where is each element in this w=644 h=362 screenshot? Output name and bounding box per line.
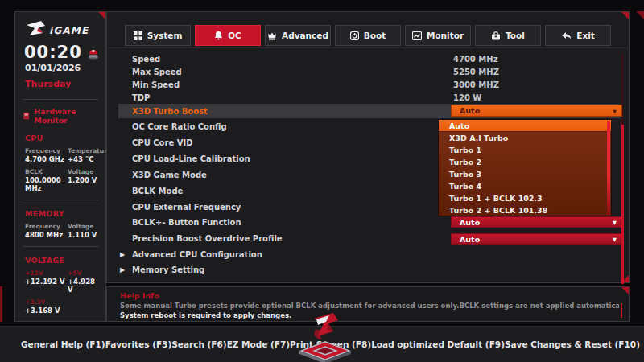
footer-favorites[interactable]: Favorites (F3) — [105, 339, 172, 349]
setting-row-x3d-turbo-boost[interactable]: X3D Turbo Boost Auto ▼ — [118, 104, 621, 118]
voltage-12v-value: +12.192 V — [25, 278, 68, 294]
setting-label: Max Speed — [118, 68, 182, 76]
setting-value: 5250 MHZ — [453, 68, 499, 76]
voltage-5v-label: +5V — [68, 269, 100, 277]
submenu-arrow-icon: ▶ — [120, 251, 125, 258]
setting-label: Advanced CPU Configuration — [118, 250, 262, 259]
chevron-down-icon: ▼ — [613, 237, 617, 243]
footer-ez-mode[interactable]: EZ Mode (F7) — [227, 339, 290, 349]
help-corner-accent — [621, 287, 629, 294]
alarm-lamp-icon — [87, 43, 100, 61]
setting-label: Memory Setting — [118, 265, 204, 274]
voltage-3v3-value: +3.168 V — [25, 306, 68, 315]
setting-row-tdp[interactable]: TDP 120 W — [118, 91, 621, 104]
setting-label: BCLK+- Button Function — [118, 218, 242, 227]
setting-row-advanced-cpu-configuration[interactable]: ▶ Advanced CPU Configuration — [118, 246, 621, 262]
help-text-line1: Some manual Turbo presets provide option… — [120, 302, 619, 310]
cpu-frequency-label: Frequency — [25, 147, 68, 154]
igame-logo: iGAME — [21, 20, 100, 39]
dropdown-value: Auto — [460, 235, 480, 244]
option-turbo-4[interactable]: Turbo 4 — [439, 180, 611, 192]
footer-general-help[interactable]: General Help (F1) — [21, 339, 105, 349]
dropdown-value: Auto — [460, 218, 480, 227]
option-auto[interactable]: Auto — [439, 120, 611, 132]
footer-search[interactable]: Search (F6) — [171, 339, 226, 349]
cpu-bclk-value: 100.0000 MHz — [25, 176, 68, 192]
sidebar-divider — [23, 99, 98, 100]
setting-label: OC Core Ratio Config — [118, 122, 227, 131]
sidebar-divider — [23, 246, 98, 247]
option-x3d-ai-turbo[interactable]: X3D A.I Turbo — [439, 132, 611, 144]
setting-row-memory-setting[interactable]: ▶ Memory Setting — [118, 261, 621, 278]
option-turbo-2[interactable]: Turbo 2 — [439, 156, 611, 168]
main-panel: System OC Advanced Boot — [106, 11, 630, 283]
help-text-line2: System reboot is required to apply chang… — [120, 311, 619, 319]
memory-voltage-label: Voltage — [68, 223, 100, 230]
memory-section-title: MEMORY — [25, 209, 100, 218]
setting-label: Min Speed — [118, 80, 180, 89]
footer-load-defaults[interactable]: Load optimized Default (F9) — [371, 339, 505, 349]
setting-label: CPU Core VID — [118, 138, 192, 147]
screen-corner-accent — [636, 11, 644, 19]
cpu-frequency-value: 4.700 GHz — [25, 155, 68, 163]
sidebar-corner-accent — [98, 12, 105, 19]
option-turbo-3[interactable]: Turbo 3 — [439, 168, 611, 180]
voltage-3v3-label: +3.3V — [25, 298, 68, 306]
setting-row-speed[interactable]: Speed 4700 MHz — [118, 52, 621, 65]
setting-label: Precision Boost Overdrive Profile — [118, 234, 283, 243]
voltage-section-title: VOLTAGE — [25, 256, 100, 265]
x3d-turbo-boost-dropdown[interactable]: Auto ▼ — [451, 105, 622, 117]
cpu-bclk-label: BCLK — [25, 168, 68, 175]
setting-value: 120 W — [453, 93, 481, 102]
voltage-12v-label: +12V — [25, 269, 68, 277]
option-turbo-2-bclk[interactable]: Turbo 2 + BCLK 101.38 — [439, 204, 611, 216]
setting-row-pbo-profile[interactable]: Precision Boost Overdrive Profile Auto ▼ — [118, 230, 621, 246]
setting-label: Speed — [118, 55, 160, 64]
dropdown-value: Auto — [460, 106, 480, 115]
hardware-monitor-title: Hardware Monitor — [34, 107, 100, 125]
igame-logo-icon: iGAME — [23, 20, 97, 39]
options-scrollbar[interactable] — [607, 121, 610, 215]
x3d-turbo-boost-options-list: Auto X3D A.I Turbo Turbo 1 Turbo 2 Turbo… — [438, 119, 612, 216]
sidebar-divider — [23, 200, 98, 200]
pbo-profile-dropdown[interactable]: Auto ▼ — [451, 233, 622, 245]
cpu-voltage-label: Voltage — [68, 168, 111, 175]
submenu-arrow-icon: ▶ — [120, 266, 125, 274]
setting-value: 4700 MHz — [453, 55, 497, 64]
clock-date: 01/01/2026 — [21, 63, 100, 73]
igame-3d-emblem — [291, 311, 359, 362]
voltage-5v-value: +4.928 V — [68, 278, 100, 294]
hardware-monitor-icon — [23, 111, 30, 121]
cpu-section-title: CPU — [25, 134, 100, 142]
footer-save-reset[interactable]: Save Changes & Reset (F10) — [505, 339, 640, 349]
main-scrollbar-thumb[interactable] — [621, 125, 624, 284]
setting-label: BCLK Mode — [118, 187, 183, 195]
clock-weekday: Thursday — [21, 79, 100, 89]
setting-label: X3D Game Mode — [118, 171, 207, 179]
help-panel: Help Info Some manual Turbo presets prov… — [106, 286, 630, 322]
memory-frequency-label: Frequency — [25, 223, 68, 230]
help-title: Help Info — [120, 291, 619, 300]
setting-row-max-speed[interactable]: Max Speed 5250 MHZ — [118, 65, 621, 78]
setting-label: CPU Load-Line Calibration — [118, 154, 250, 163]
setting-row-min-speed[interactable]: Min Speed 3000 MHZ — [118, 78, 621, 91]
memory-voltage-value: 1.110 V — [68, 231, 100, 239]
help-scrollbar[interactable] — [621, 303, 622, 318]
setting-label: X3D Turbo Boost — [118, 107, 208, 116]
chevron-down-icon: ▼ — [613, 220, 617, 226]
chevron-down-icon: ▼ — [613, 109, 617, 115]
sidebar-panel: iGAME 00:20 01/01/2026 Thursday Hardware… — [14, 11, 106, 322]
option-turbo-1-bclk[interactable]: Turbo 1 + BCLK 102.3 — [439, 192, 611, 204]
setting-row-bclk-button-function[interactable]: BCLK+- Button Function Auto ▼ — [118, 214, 621, 230]
settings-list: Speed 4700 MHz Max Speed 5250 MHZ Min Sp… — [107, 12, 629, 282]
option-turbo-1[interactable]: Turbo 1 — [439, 144, 611, 156]
bclk-button-function-dropdown[interactable]: Auto ▼ — [451, 216, 622, 228]
spacer — [68, 298, 100, 306]
memory-frequency-value: 4800 MHz — [25, 231, 68, 239]
setting-label: TDP — [118, 93, 150, 102]
left-edge-accent — [0, 286, 2, 322]
clock-time: 00:20 — [24, 43, 82, 62]
cpu-temperature-label: Temperature — [68, 147, 111, 154]
cpu-temperature-value: +43 °C — [68, 155, 111, 163]
cpu-voltage-value: 1.200 V — [68, 176, 111, 192]
